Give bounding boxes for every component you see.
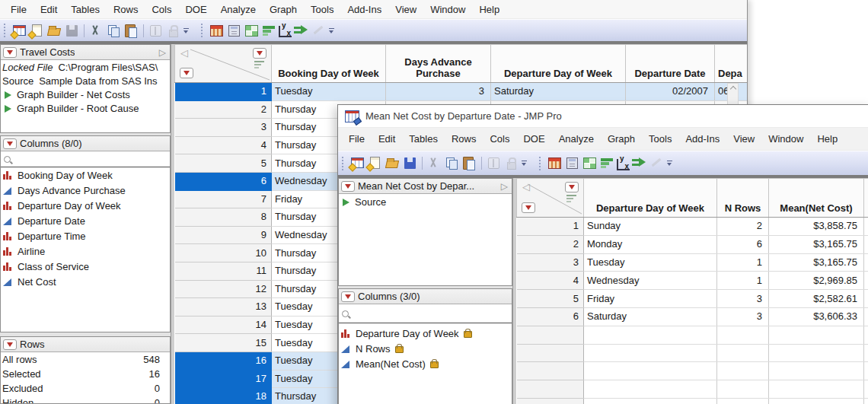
cut-icon[interactable]: [88, 24, 104, 38]
menu-item[interactable]: Graph: [601, 133, 642, 145]
tile-windows-icon[interactable]: [582, 156, 598, 170]
red-triangle-menu-icon[interactable]: [3, 339, 17, 350]
column-search-input[interactable]: [339, 304, 512, 323]
title-bar[interactable]: Mean Net Cost by Departure Date - JMP Pr…: [338, 105, 868, 128]
menu-item[interactable]: Help: [810, 133, 844, 145]
columns-menu-icon[interactable]: [253, 48, 266, 59]
menu-item[interactable]: Help: [472, 4, 506, 15]
menu-item[interactable]: Rows: [107, 4, 145, 15]
menu-item[interactable]: Edit: [34, 4, 64, 15]
paste-icon[interactable]: [461, 156, 477, 170]
menu-item[interactable]: Window: [761, 133, 810, 145]
graph-builder-icon[interactable]: [261, 24, 277, 38]
column-item[interactable]: Departure Day of Week: [339, 326, 512, 341]
toolbar-icon[interactable]: [201, 24, 206, 37]
column-search-input[interactable]: [1, 151, 170, 167]
menu-item[interactable]: Analyze: [552, 133, 601, 145]
table-row[interactable]: 4 Wednesday 1 $2,969.85: [517, 272, 868, 290]
toolbar-overflow-icon[interactable]: [183, 24, 190, 38]
lock-icon[interactable]: [503, 156, 519, 170]
column-item[interactable]: Net Cost: [1, 274, 170, 289]
menu-item[interactable]: Cols: [483, 133, 516, 145]
new-journal-icon[interactable]: [367, 156, 383, 170]
menu-item[interactable]: DOE: [178, 4, 213, 15]
table-row[interactable]: [517, 344, 868, 362]
menu-item[interactable]: Edit: [372, 133, 402, 145]
columns-menu-icon[interactable]: [565, 182, 579, 192]
red-triangle-menu-icon[interactable]: [3, 138, 17, 149]
menu-item[interactable]: File: [4, 4, 34, 15]
fit-y-by-x-icon[interactable]: [279, 26, 292, 37]
red-triangle-menu-icon[interactable]: [341, 291, 355, 302]
table-row[interactable]: 1 Tuesday 3 Saturday 02/2007 06: [175, 83, 748, 101]
toolbar-icon[interactable]: [192, 24, 199, 38]
column-item[interactable]: Class of Service: [1, 259, 170, 274]
data-table-icon[interactable]: [209, 24, 225, 38]
menu-item[interactable]: Graph: [263, 4, 304, 15]
red-triangle-menu-icon[interactable]: [341, 181, 355, 192]
column-item[interactable]: Booking Day of Week: [1, 167, 170, 183]
menu-item[interactable]: View: [388, 4, 423, 15]
menu-item[interactable]: View: [726, 133, 761, 145]
table-row[interactable]: 2 Monday 6 $3,165.75: [517, 235, 868, 253]
toolbar-overflow-icon[interactable]: [521, 156, 528, 170]
table-row[interactable]: 3 Tuesday 1 $3,165.75: [517, 253, 868, 272]
calculator-icon[interactable]: [226, 24, 242, 38]
column-item[interactable]: Departure Time: [1, 228, 170, 243]
save-icon[interactable]: [402, 156, 418, 170]
open-icon[interactable]: [385, 156, 400, 170]
go-left-icon[interactable]: [180, 47, 188, 59]
table-row[interactable]: 1 Sunday 2 $3,858.75: [517, 218, 868, 236]
script-item[interactable]: Graph Builder - Net Costs: [1, 88, 170, 102]
column-header[interactable]: Booking Day of Week: [272, 45, 386, 83]
graph-builder-icon[interactable]: [599, 156, 615, 170]
transfer-icon[interactable]: [486, 156, 502, 170]
tile-windows-icon[interactable]: [244, 24, 260, 38]
rows-menu-icon[interactable]: [522, 202, 535, 213]
save-icon[interactable]: [64, 24, 80, 38]
column-header[interactable]: Depa: [715, 45, 748, 83]
annotate-icon[interactable]: [649, 156, 665, 170]
column-item[interactable]: Airline: [1, 243, 170, 259]
menu-item[interactable]: Add-Ins: [678, 133, 726, 145]
toolbar-icon[interactable]: [4, 24, 8, 37]
open-icon[interactable]: [46, 24, 62, 38]
column-item[interactable]: Mean(Net Cost): [339, 356, 512, 371]
column-header[interactable]: Mean(Net Cost): [769, 179, 864, 218]
paste-icon[interactable]: [123, 24, 139, 38]
column-header[interactable]: Days Advance Purchase: [386, 45, 491, 83]
menu-item[interactable]: Tools: [642, 133, 678, 145]
column-item[interactable]: Departure Date: [1, 213, 170, 228]
menu-item[interactable]: Window: [423, 4, 472, 15]
table-row[interactable]: [517, 362, 868, 380]
toolbar-icon[interactable]: [530, 156, 537, 170]
script-item[interactable]: Graph Builder - Root Cause: [1, 102, 170, 116]
menu-item[interactable]: Tables: [64, 4, 107, 15]
column-header[interactable]: Departure Day of Week: [491, 45, 626, 83]
toolbar-icon[interactable]: [481, 157, 482, 170]
script-item[interactable]: Source: [339, 196, 512, 209]
table-row[interactable]: [517, 380, 868, 399]
fit-y-by-x-icon[interactable]: [617, 159, 630, 170]
cut-icon[interactable]: [426, 156, 442, 170]
data-table-icon[interactable]: [547, 156, 563, 170]
toolbar-icon[interactable]: [539, 157, 544, 170]
menu-item[interactable]: Rows: [445, 133, 483, 145]
menu-item[interactable]: Add-Ins: [340, 4, 388, 15]
new-data-table-icon[interactable]: [11, 24, 27, 38]
red-triangle-menu-icon[interactable]: [3, 47, 17, 58]
join-tables-icon[interactable]: [293, 24, 309, 38]
toolbar-icon[interactable]: [422, 157, 423, 170]
toolbar-icon[interactable]: [143, 24, 144, 37]
toolbar-icon[interactable]: [84, 24, 85, 37]
column-header[interactable]: N Rows: [717, 179, 769, 218]
join-tables-icon[interactable]: [631, 156, 647, 170]
copy-icon[interactable]: [444, 156, 460, 170]
transfer-icon[interactable]: [148, 24, 164, 38]
table-row[interactable]: [517, 326, 868, 344]
column-header[interactable]: Departure Day of Week: [584, 179, 717, 218]
menu-item[interactable]: Cols: [145, 4, 178, 15]
menu-item[interactable]: Tools: [304, 4, 340, 15]
menu-item[interactable]: File: [342, 133, 372, 145]
column-header[interactable]: [864, 179, 868, 218]
